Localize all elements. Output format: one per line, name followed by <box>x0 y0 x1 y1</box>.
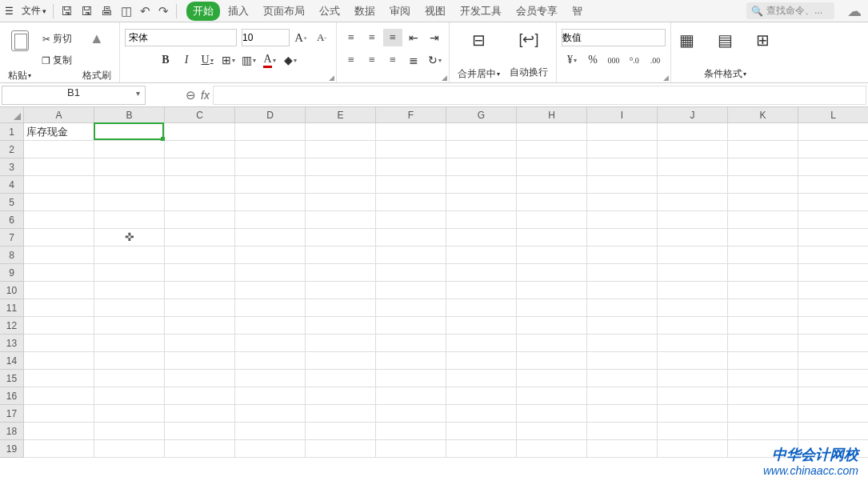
cell-A7[interactable] <box>24 229 94 247</box>
cell-L16[interactable] <box>798 387 868 405</box>
cell-B18[interactable] <box>94 423 165 440</box>
decrease-indent-button[interactable]: ⇤ <box>404 29 423 46</box>
cell-G8[interactable] <box>446 247 517 264</box>
cell-F12[interactable] <box>376 317 446 335</box>
formula-bar[interactable] <box>213 86 866 105</box>
cell-F3[interactable] <box>376 158 446 176</box>
cell-E1[interactable] <box>306 123 376 141</box>
justify-button[interactable]: ≣ <box>404 51 423 69</box>
cell-G19[interactable] <box>446 440 517 458</box>
cell-I1[interactable] <box>587 123 658 141</box>
cell-E15[interactable] <box>306 370 376 387</box>
cell-G17[interactable] <box>446 405 517 423</box>
cell-I7[interactable] <box>587 229 658 247</box>
cell-D2[interactable] <box>235 141 306 158</box>
cell-I5[interactable] <box>587 194 658 211</box>
cell-B17[interactable] <box>94 405 165 423</box>
cell-E8[interactable] <box>306 247 376 264</box>
cell-B11[interactable] <box>94 299 165 317</box>
cell-D3[interactable] <box>235 158 306 176</box>
cell-J12[interactable] <box>658 317 728 335</box>
cell-K4[interactable] <box>728 176 798 194</box>
cell-C12[interactable] <box>165 317 235 335</box>
cell-G2[interactable] <box>446 141 517 158</box>
cell-A16[interactable] <box>24 387 94 405</box>
cell-J17[interactable] <box>658 405 728 423</box>
row-header-3[interactable]: 3 <box>0 158 24 176</box>
fx-label[interactable]: fx <box>201 89 210 102</box>
cell-D5[interactable] <box>235 194 306 211</box>
row-header-14[interactable]: 14 <box>0 352 24 370</box>
number-format-select[interactable] <box>562 29 666 46</box>
fill-color-button[interactable]: ▥ <box>239 51 258 69</box>
cell-H11[interactable] <box>517 299 587 317</box>
cell-D12[interactable] <box>235 317 306 335</box>
group-expand-icon[interactable]: ◢ <box>663 74 669 82</box>
cell-G12[interactable] <box>446 317 517 335</box>
cell-I19[interactable] <box>587 440 658 458</box>
row-header-5[interactable]: 5 <box>0 194 24 211</box>
cell-L14[interactable] <box>798 352 868 370</box>
cell-G1[interactable] <box>446 123 517 141</box>
cell-H6[interactable] <box>517 211 587 229</box>
cell-L12[interactable] <box>798 317 868 335</box>
border-button[interactable]: ⊞ <box>218 51 238 69</box>
cell-E3[interactable] <box>306 158 376 176</box>
cell-G16[interactable] <box>446 387 517 405</box>
tab-review[interactable]: 审阅 <box>383 2 417 21</box>
cell-A3[interactable] <box>24 158 94 176</box>
col-header-D[interactable]: D <box>235 107 306 123</box>
cell-C3[interactable] <box>165 158 235 176</box>
cell-B10[interactable] <box>94 282 165 299</box>
search-input[interactable]: 🔍 查找命令、... <box>746 2 834 19</box>
zoom-icon[interactable]: ⊖ <box>186 88 196 102</box>
cell-D16[interactable] <box>235 387 306 405</box>
cell-G6[interactable] <box>446 211 517 229</box>
cell-H12[interactable] <box>517 317 587 335</box>
cell-K3[interactable] <box>728 158 798 176</box>
cell-A12[interactable] <box>24 317 94 335</box>
align-right-button[interactable]: ≡ <box>383 51 402 69</box>
cell-I2[interactable] <box>587 141 658 158</box>
cell-D15[interactable] <box>235 370 306 387</box>
merge-center-button[interactable]: ⊟ 合并居中▾ <box>454 26 503 82</box>
cell-K2[interactable] <box>728 141 798 158</box>
cell-style-button[interactable]: ⊞ x <box>753 26 773 80</box>
cell-E5[interactable] <box>306 194 376 211</box>
menu-icon[interactable]: ☰ <box>0 6 18 17</box>
cell-C10[interactable] <box>165 282 235 299</box>
cell-H17[interactable] <box>517 405 587 423</box>
cell-B4[interactable] <box>94 176 165 194</box>
cell-B14[interactable] <box>94 352 165 370</box>
cell-G13[interactable] <box>446 335 517 352</box>
cell-H7[interactable] <box>517 229 587 247</box>
cell-B5[interactable] <box>94 194 165 211</box>
cell-K18[interactable] <box>728 423 798 440</box>
cell-F9[interactable] <box>376 264 446 282</box>
col-header-H[interactable]: H <box>517 107 587 123</box>
cell-D11[interactable] <box>235 299 306 317</box>
wrap-text-button[interactable]: [↩] 自动换行 <box>506 26 551 81</box>
cell-C19[interactable] <box>165 440 235 458</box>
cell-L8[interactable] <box>798 247 868 264</box>
cell-K9[interactable] <box>728 264 798 282</box>
col-header-G[interactable]: G <box>446 107 517 123</box>
col-header-J[interactable]: J <box>658 107 728 123</box>
highlight-button[interactable]: ◆ <box>281 51 300 69</box>
decrease-decimal-button[interactable]: .00 <box>646 51 665 69</box>
row-header-17[interactable]: 17 <box>0 405 24 423</box>
font-name-select[interactable] <box>125 29 237 46</box>
cell-B12[interactable] <box>94 317 165 335</box>
cell-D8[interactable] <box>235 247 306 264</box>
cell-C1[interactable] <box>165 123 235 141</box>
cell-J8[interactable] <box>658 247 728 264</box>
cell-E11[interactable] <box>306 299 376 317</box>
cell-E18[interactable] <box>306 423 376 440</box>
cell-E17[interactable] <box>306 405 376 423</box>
row-header-10[interactable]: 10 <box>0 282 24 299</box>
cell-G18[interactable] <box>446 423 517 440</box>
cell-J9[interactable] <box>658 264 728 282</box>
cell-C16[interactable] <box>165 387 235 405</box>
cell-L5[interactable] <box>798 194 868 211</box>
cell-E19[interactable] <box>306 440 376 458</box>
